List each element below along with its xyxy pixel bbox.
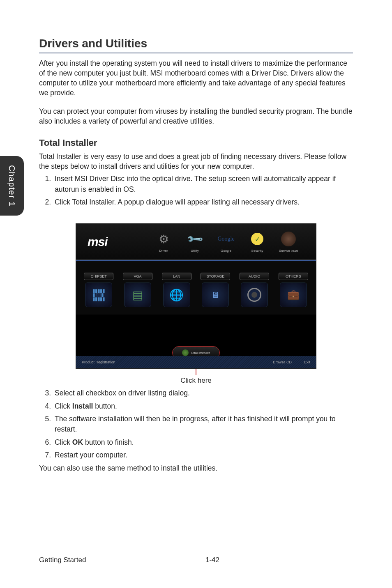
vga-icon: ▤ — [124, 283, 151, 307]
page-footer: Getting Started 1-42 — [39, 550, 353, 564]
service-icon — [280, 231, 297, 247]
step-6: Click OK button to finish. — [53, 437, 353, 448]
step-7: Restart your computer. — [53, 450, 353, 460]
gear-icon: ⚙ — [155, 231, 172, 247]
tab-driver[interactable]: ⚙ Driver — [152, 231, 175, 253]
step-4: Click Install button. — [53, 401, 353, 411]
total-installer-label: Total installer — [191, 351, 210, 355]
section-intro: Total Installer is very easy to use and … — [39, 152, 353, 171]
cat-vga-label: VGA — [123, 273, 152, 280]
msi-logo: msi — [88, 235, 149, 249]
intro-paragraph-2: You can protect your computer from virus… — [39, 106, 353, 126]
cat-others[interactable]: OTHERS 💼 — [276, 273, 310, 307]
cat-storage[interactable]: STORAGE 🖥 — [198, 273, 233, 307]
steps-list-2: Select all checkbox on driver listing di… — [39, 388, 353, 460]
tab-driver-label: Driver — [159, 249, 168, 253]
steps-list-1: Insert MSI Driver Disc into the optical … — [39, 174, 353, 207]
chapter-tab-label: Chapter 1 — [7, 165, 17, 207]
others-icon: 💼 — [280, 283, 307, 307]
installer-bottom-bar: Product Registration Browse CD Exit — [76, 356, 316, 368]
wrench-icon: 🔧 — [183, 227, 207, 251]
category-row: CHIPSET ▮▮▮▮▮▮ ⬚ ▮▮▮▮▮▮ VGA ▤ LAN 🌐 STOR… — [76, 261, 316, 315]
cat-audio[interactable]: AUDIO — [238, 273, 272, 307]
step-2: Click Total Installer. A popup dialogue … — [53, 197, 353, 207]
installer-screenshot: msi ⚙ Driver 🔧 Utility Google Google — [76, 224, 316, 368]
installer-screenshot-wrapper: msi ⚙ Driver 🔧 Utility Google Google — [39, 224, 353, 385]
norton-icon: ✓ — [249, 231, 265, 247]
section-title: Total Installer — [39, 138, 353, 148]
tab-security[interactable]: ✓ Security — [245, 231, 269, 253]
footer-section: Getting Started — [39, 556, 187, 564]
click-here-label: Click here — [180, 377, 212, 385]
footer-page-number: 1-42 — [205, 556, 353, 564]
tab-google-label: Google — [221, 249, 231, 253]
step-3: Select all checkbox on driver listing di… — [53, 388, 353, 398]
intro-paragraph-1: After you install the operating system y… — [39, 58, 353, 98]
google-icon: Google — [218, 231, 234, 247]
chipset-icon: ▮▮▮▮▮▮ ⬚ ▮▮▮▮▮▮ — [85, 283, 112, 307]
cat-others-label: OTHERS — [279, 273, 308, 280]
installer-top-tabs: ⚙ Driver 🔧 Utility Google Google ✓ Secur… — [152, 231, 300, 253]
tab-utility[interactable]: 🔧 Utility — [183, 231, 207, 253]
cat-vga[interactable]: VGA ▤ — [121, 273, 155, 307]
lan-icon: 🌐 — [163, 283, 190, 307]
tab-service-label: Service base — [279, 249, 298, 253]
tab-service[interactable]: Service base — [277, 231, 300, 253]
installer-top-row: msi ⚙ Driver 🔧 Utility Google Google — [76, 224, 316, 260]
tab-google[interactable]: Google Google — [214, 231, 238, 253]
disc-icon — [182, 349, 189, 356]
cat-chipset-label: CHIPSET — [84, 273, 113, 280]
cat-lan-label: LAN — [162, 273, 191, 280]
chapter-tab: Chapter 1 — [0, 156, 24, 216]
storage-icon: 🖥 — [202, 283, 229, 307]
cat-storage-label: STORAGE — [201, 273, 230, 280]
cat-audio-label: AUDIO — [240, 273, 269, 280]
browse-cd-link[interactable]: Browse CD — [273, 360, 292, 364]
cat-lan[interactable]: LAN 🌐 — [159, 273, 194, 307]
step-5: The software installation will then be i… — [53, 414, 353, 435]
step-1: Insert MSI Driver Disc into the optical … — [53, 174, 353, 195]
tab-security-label: Security — [251, 249, 263, 253]
exit-link[interactable]: Exit — [304, 360, 310, 364]
product-registration-link[interactable]: Product Registration — [82, 360, 115, 364]
audio-icon — [241, 283, 268, 307]
cat-chipset[interactable]: CHIPSET ▮▮▮▮▮▮ ⬚ ▮▮▮▮▮▮ — [82, 273, 116, 307]
page-title: Drivers and Utilities — [39, 37, 353, 53]
closing-paragraph: You can also use the same method to inst… — [39, 463, 353, 473]
